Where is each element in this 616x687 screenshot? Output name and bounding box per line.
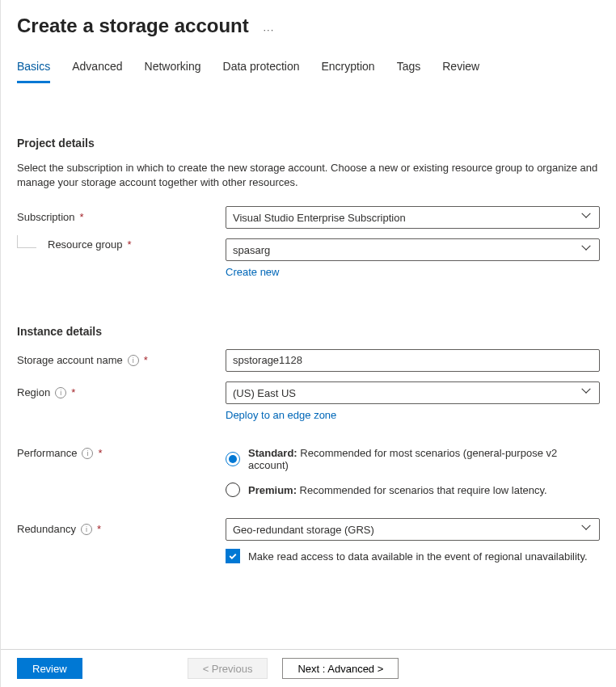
label-region: Region i * — [17, 381, 226, 398]
read-access-row[interactable]: Make read access to data available in th… — [226, 549, 600, 563]
info-icon[interactable]: i — [81, 524, 92, 535]
row-region: Region i * (US) East US Deploy to an edg… — [17, 381, 600, 421]
tabs: Basics Advanced Networking Data protecti… — [1, 40, 616, 83]
row-redundancy: Redundancy i * Geo-redundant storage (GR… — [17, 518, 600, 563]
tab-basics[interactable]: Basics — [17, 60, 50, 83]
info-icon[interactable]: i — [55, 387, 66, 398]
region-value: (US) East US — [233, 387, 296, 399]
chevron-down-icon — [583, 213, 593, 222]
chevron-down-icon — [583, 245, 593, 255]
redundancy-value: Geo-redundant storage (GRS) — [233, 524, 374, 536]
redundancy-select[interactable]: Geo-redundant storage (GRS) — [226, 518, 600, 541]
indent-line-icon — [17, 235, 36, 248]
row-storage-name: Storage account name i * spstorage1128 — [17, 349, 600, 372]
radio-premium[interactable]: Premium: Recommended for scenarios that … — [226, 483, 600, 497]
label-subscription: Subscription* — [17, 206, 226, 223]
label-resource-group: Resource group* — [17, 238, 226, 251]
previous-button: < Previous — [188, 658, 268, 679]
subscription-select[interactable]: Visual Studio Enterprise Subscription — [226, 206, 600, 229]
resource-group-value: spasarg — [233, 244, 270, 256]
row-performance: Performance i * Standard: Recommended fo… — [17, 442, 600, 497]
info-icon[interactable]: i — [128, 355, 139, 366]
performance-radio-group: Standard: Recommended for most scenarios… — [226, 442, 600, 497]
read-access-label: Make read access to data available in th… — [248, 550, 588, 563]
section-instance-title: Instance details — [17, 325, 600, 338]
more-dots-icon[interactable]: ··· — [263, 23, 274, 36]
page-title: Create a storage account — [17, 15, 249, 37]
tab-networking[interactable]: Networking — [145, 60, 201, 83]
row-subscription: Subscription* Visual Studio Enterprise S… — [17, 206, 600, 229]
row-resource-group: Resource group* spasarg Create new — [17, 238, 600, 278]
chevron-down-icon — [583, 525, 593, 534]
header: Create a storage account ··· — [1, 0, 616, 40]
radio-standard[interactable]: Standard: Recommended for most scenarios… — [226, 447, 600, 471]
tab-encryption[interactable]: Encryption — [322, 60, 375, 83]
form-content: Project details Select the subscription … — [1, 83, 616, 622]
info-icon[interactable]: i — [82, 448, 93, 459]
next-button[interactable]: Next : Advanced > — [282, 658, 399, 679]
subscription-value: Visual Studio Enterprise Subscription — [233, 212, 406, 224]
radio-icon — [226, 483, 240, 497]
section-project-title: Project details — [17, 137, 600, 150]
review-button[interactable]: Review — [17, 658, 82, 679]
section-project-desc: Select the subscription in which to crea… — [17, 161, 600, 190]
footer: Review < Previous Next : Advanced > — [1, 649, 616, 687]
storage-name-input[interactable]: spstorage1128 — [226, 349, 600, 372]
label-storage-name: Storage account name i * — [17, 349, 226, 366]
radio-icon — [226, 452, 240, 466]
checkbox-icon — [226, 549, 240, 563]
resource-group-select[interactable]: spasarg — [226, 238, 600, 261]
tab-review[interactable]: Review — [442, 60, 479, 83]
region-select[interactable]: (US) East US — [226, 381, 600, 404]
label-redundancy: Redundancy i * — [17, 518, 226, 535]
chevron-down-icon — [583, 388, 593, 398]
tab-advanced[interactable]: Advanced — [72, 60, 122, 83]
create-new-link[interactable]: Create new — [226, 266, 279, 278]
tab-data-protection[interactable]: Data protection — [223, 60, 300, 83]
edge-zone-link[interactable]: Deploy to an edge zone — [226, 409, 336, 421]
tab-tags[interactable]: Tags — [397, 60, 421, 83]
label-performance: Performance i * — [17, 442, 226, 459]
